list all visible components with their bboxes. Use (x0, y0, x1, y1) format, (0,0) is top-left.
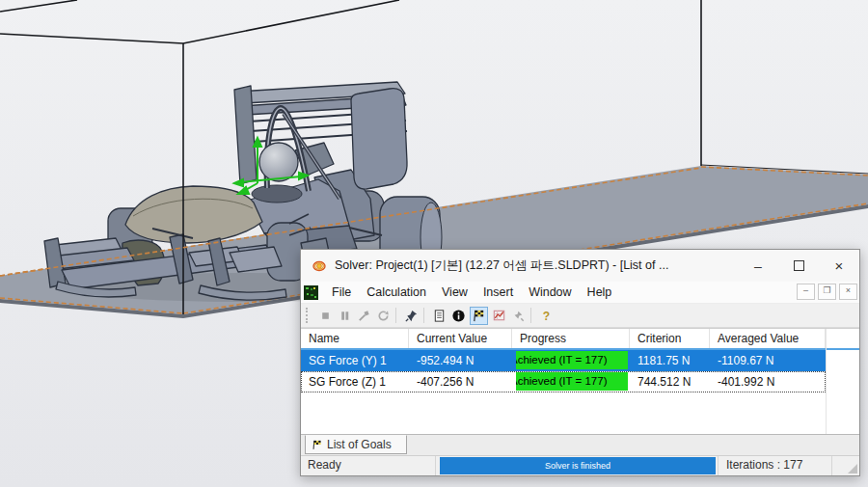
toolbar-separator (395, 308, 396, 323)
status-ready: Ready (301, 456, 436, 475)
titlebar[interactable]: Solver: Project(1) [기본] (12.27 어셈 파트.SLD… (301, 250, 859, 282)
goal-progress-cell: Achieved (IT = 177) (512, 350, 630, 371)
toolbar-grip[interactable] (306, 308, 312, 323)
column-header-criterion[interactable]: Criterion (630, 329, 710, 348)
goal-current-value: -952.494 N (409, 350, 512, 371)
view-info-button[interactable] (450, 308, 467, 324)
menu-help[interactable]: Help (580, 284, 620, 301)
insert-pin-button[interactable] (403, 308, 420, 324)
menu-window[interactable]: Window (521, 284, 579, 301)
stop-icon (318, 309, 333, 323)
table-row[interactable]: SG Force (Z) 1 -407.256 N Achieved (IT =… (301, 371, 826, 392)
goal-averaged-value: -401.992 N (710, 371, 826, 392)
maximize-button[interactable] (778, 250, 819, 282)
document-icon (432, 309, 447, 323)
goals-list: Name Current Value Progress Criterion Av… (301, 328, 859, 434)
toolbar-separator (423, 308, 424, 323)
help-button[interactable]: ? (538, 308, 555, 324)
stop-button[interactable] (317, 308, 334, 324)
goal-averaged-value: -1109.67 N (710, 350, 826, 371)
suspend-button[interactable] (337, 308, 353, 324)
table-header: Name Current Value Progress Criterion Av… (301, 329, 859, 350)
goals-flag-icon (312, 439, 322, 450)
preview-icon (511, 309, 526, 323)
view-log-button[interactable] (431, 308, 448, 324)
goals-flag-icon (472, 309, 486, 323)
goal-criterion: 1181.75 N (630, 350, 710, 371)
pin-icon (404, 309, 419, 323)
goal-progress-cell: Achieved (IT = 177) (512, 371, 630, 392)
minimize-button[interactable]: – (738, 250, 778, 282)
tab-bar: List of Goals (301, 434, 859, 455)
menu-insert[interactable]: Insert (475, 284, 521, 301)
table-right-edge (826, 329, 827, 434)
mdi-restore-button[interactable]: ❐ (818, 284, 836, 300)
mdi-close-button[interactable]: × (839, 284, 857, 300)
menubar: File Calculation View Insert Window Help… (301, 282, 859, 304)
status-bar: Ready Solver is finished Iterations : 17… (301, 455, 859, 475)
goal-plot-icon (492, 309, 506, 323)
goal-name: SG Force (Z) 1 (301, 371, 409, 392)
flow-simulation-doc-icon (304, 285, 318, 300)
driver-helmet (259, 143, 298, 181)
resize-grip[interactable] (848, 464, 857, 473)
maximize-icon (794, 260, 804, 271)
status-grip-panel (831, 456, 859, 475)
column-header-averaged-value[interactable]: Averaged Value (710, 329, 826, 348)
goal-criterion: 744.512 N (630, 371, 710, 392)
table-row[interactable]: SG Force (Y) 1 -952.494 N Achieved (IT =… (301, 350, 826, 371)
screen: Solver: Project(1) [기본] (12.27 어셈 파트.SLD… (0, 0, 868, 487)
cockpit-opening (252, 185, 302, 203)
goal-name: SG Force (Y) 1 (301, 350, 409, 371)
column-header-name[interactable]: Name (301, 329, 409, 348)
svg-text:?: ? (543, 309, 550, 322)
solver-window: Solver: Project(1) [기본] (12.27 어셈 파트.SLD… (300, 249, 860, 476)
solver-app-icon (311, 257, 328, 275)
refresh-icon (376, 309, 391, 323)
refresh-button[interactable] (375, 308, 392, 324)
column-header-current-value[interactable]: Current Value (409, 329, 512, 348)
status-iterations: Iterations : 177 (718, 456, 831, 475)
hammer-icon (357, 309, 371, 323)
tab-label: List of Goals (327, 438, 392, 451)
menu-calculation[interactable]: Calculation (359, 284, 434, 301)
close-button[interactable]: × (819, 250, 859, 282)
help-icon: ? (539, 309, 554, 323)
toolbar: ? (301, 304, 859, 328)
progress-achieved-badge: Achieved (IT = 177) (516, 372, 628, 391)
toolbar-separator (530, 308, 531, 323)
list-of-goals-button[interactable] (470, 307, 488, 325)
menu-view[interactable]: View (434, 284, 475, 301)
goal-plot-button[interactable] (491, 308, 507, 324)
preview-button[interactable] (510, 308, 527, 324)
progress-achieved-badge: Achieved (IT = 177) (516, 351, 628, 369)
tab-list-of-goals[interactable]: List of Goals (305, 435, 407, 454)
info-icon (451, 309, 466, 323)
solver-progress-bar: Solver is finished (440, 457, 716, 474)
pause-icon (338, 309, 352, 323)
window-title: Solver: Project(1) [기본] (12.27 어셈 파트.SLD… (335, 257, 738, 274)
menu-file[interactable]: File (324, 284, 359, 301)
solver-tools-button[interactable] (356, 308, 372, 324)
column-header-progress[interactable]: Progress (512, 329, 630, 348)
mdi-minimize-button[interactable]: – (797, 284, 815, 300)
goal-current-value: -407.256 N (409, 371, 512, 392)
